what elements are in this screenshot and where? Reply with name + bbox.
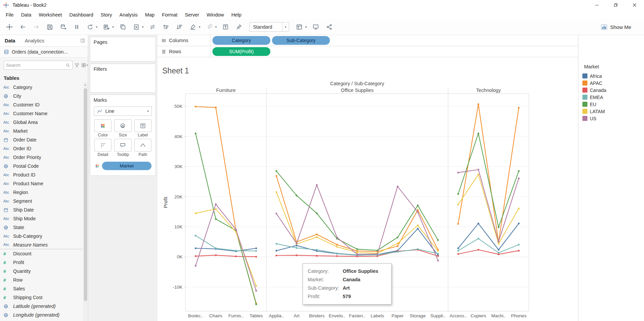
fit-dropdown[interactable]: Standard▾ bbox=[249, 22, 289, 32]
columns-pills[interactable]: CategorySub-Category bbox=[210, 35, 578, 46]
tab-analytics[interactable]: Analytics bbox=[20, 35, 49, 46]
marks-button-tooltip[interactable]: Tooltip bbox=[114, 139, 131, 157]
pill-sub-category[interactable]: Sub-Category bbox=[272, 36, 330, 45]
chevron-down-icon[interactable]: ▾ bbox=[215, 25, 217, 29]
share-icon[interactable] bbox=[325, 23, 334, 32]
maximize-restore-button[interactable] bbox=[606, 0, 625, 10]
field-order-date[interactable]: Order Date bbox=[0, 135, 88, 144]
run-updates-icon[interactable] bbox=[86, 23, 95, 32]
fix-axes-icon[interactable] bbox=[235, 23, 244, 32]
menu-file[interactable]: File bbox=[2, 10, 17, 19]
field-row[interactable]: #Row bbox=[0, 276, 88, 284]
mark-type-dropdown[interactable]: Line ▾ bbox=[94, 106, 152, 116]
menu-data[interactable]: Data bbox=[17, 10, 35, 19]
view-options-icon[interactable]: ▾ bbox=[81, 63, 88, 68]
highlight-icon[interactable] bbox=[189, 23, 198, 32]
minimize-button[interactable] bbox=[587, 0, 606, 10]
field-sub-category[interactable]: AbcSub-Category bbox=[0, 232, 88, 240]
filter-fields-icon[interactable] bbox=[74, 63, 79, 68]
marks-button-label[interactable]: Label bbox=[134, 119, 151, 137]
field-customer-id[interactable]: AbcCustomer ID bbox=[0, 100, 88, 109]
legend-item-africa[interactable]: Africa bbox=[582, 72, 644, 79]
field-profit[interactable]: #Profit bbox=[0, 258, 88, 267]
show-hide-cards-icon[interactable] bbox=[295, 23, 304, 32]
field-product-id[interactable]: AbcProduct ID bbox=[0, 170, 88, 179]
legend-item-emea[interactable]: EMEA bbox=[582, 94, 644, 101]
marks-button-path[interactable]: Path bbox=[134, 139, 151, 157]
chevron-down-icon[interactable]: ▾ bbox=[112, 25, 114, 29]
menu-help[interactable]: Help bbox=[228, 10, 245, 19]
field-discount[interactable]: #Discount bbox=[0, 249, 88, 258]
scrollbar-thumb[interactable] bbox=[84, 88, 87, 301]
rows-pills[interactable]: SUM(Profit) bbox=[210, 46, 578, 57]
add-data-icon[interactable] bbox=[59, 23, 68, 32]
chevron-down-icon[interactable]: ▾ bbox=[305, 25, 307, 29]
marks-button-size[interactable]: Size bbox=[114, 119, 131, 137]
menu-analysis[interactable]: Analysis bbox=[116, 10, 141, 19]
field-city[interactable]: City bbox=[0, 92, 88, 100]
field-region[interactable]: AbcRegion bbox=[0, 188, 88, 197]
pages-shelf[interactable]: Pages bbox=[90, 37, 156, 62]
duplicate-icon[interactable] bbox=[118, 23, 127, 32]
save-icon[interactable] bbox=[45, 23, 54, 32]
new-worksheet-icon[interactable] bbox=[102, 23, 111, 32]
data-source[interactable]: Orders (data_connection... bbox=[0, 46, 88, 58]
group-members-icon[interactable] bbox=[205, 23, 214, 32]
sort-descending-icon[interactable] bbox=[175, 23, 184, 32]
legend-item-eu[interactable]: EU bbox=[582, 101, 644, 108]
menu-server[interactable]: Server bbox=[181, 10, 203, 19]
field-customer-name[interactable]: AbcCustomer Name bbox=[0, 109, 88, 118]
close-button[interactable] bbox=[625, 0, 644, 10]
presentation-mode-icon[interactable] bbox=[311, 23, 320, 32]
marks-button-detail[interactable]: Detail bbox=[94, 139, 111, 157]
field-measure-names[interactable]: AbcMeasure Names bbox=[0, 240, 88, 249]
tab-data[interactable]: Data bbox=[0, 35, 20, 46]
field-sales[interactable]: #Sales bbox=[0, 284, 88, 293]
field-product-name[interactable]: AbcProduct Name bbox=[0, 179, 88, 188]
sort-ascending-icon[interactable] bbox=[162, 23, 171, 32]
legend-item-apac[interactable]: APAC bbox=[582, 79, 644, 87]
menu-map[interactable]: Map bbox=[141, 10, 158, 19]
field-ship-date[interactable]: Ship Date bbox=[0, 205, 88, 214]
swap-rows-columns-icon[interactable] bbox=[148, 23, 157, 32]
field-global-area[interactable]: AbcGlobal Area bbox=[0, 118, 88, 127]
filters-shelf[interactable]: Filters bbox=[90, 64, 156, 93]
pill-market[interactable]: Market bbox=[102, 162, 151, 170]
field-quantity[interactable]: #Quantity bbox=[0, 267, 88, 276]
field-segment[interactable]: AbcSegment bbox=[0, 197, 88, 205]
chevron-down-icon[interactable]: ▾ bbox=[142, 25, 144, 29]
field-market[interactable]: AbcMarket bbox=[0, 127, 88, 135]
chevron-down-icon[interactable]: ▾ bbox=[96, 25, 98, 29]
menu-dashboard[interactable]: Dashboard bbox=[66, 10, 97, 19]
legend-item-canada[interactable]: Canada bbox=[582, 87, 644, 94]
field-shipping-cost[interactable]: #Shipping Cost bbox=[0, 293, 88, 302]
redo-icon[interactable] bbox=[32, 23, 41, 32]
field-postal-code[interactable]: Postal Code bbox=[0, 162, 88, 170]
clear-sheet-icon[interactable] bbox=[132, 23, 141, 32]
pane-layout-icon[interactable] bbox=[80, 35, 88, 46]
chevron-down-icon[interactable]: ▾ bbox=[199, 25, 201, 29]
pill-category[interactable]: Category bbox=[212, 36, 270, 45]
field-state[interactable]: State bbox=[0, 223, 88, 232]
marks-button-color[interactable]: Color bbox=[94, 119, 111, 137]
undo-icon[interactable] bbox=[18, 23, 27, 32]
legend-item-latam[interactable]: LATAM bbox=[582, 108, 644, 115]
menu-window[interactable]: Window bbox=[203, 10, 228, 19]
field-order-priority[interactable]: AbcOrder Priority bbox=[0, 153, 88, 162]
show-me-button[interactable]: Show Me bbox=[601, 24, 631, 31]
menu-story[interactable]: Story bbox=[97, 10, 116, 19]
pill-sum-profit[interactable]: SUM(Profit) bbox=[212, 47, 270, 56]
field-order-id[interactable]: AbcOrder ID bbox=[0, 144, 88, 153]
menu-worksheet[interactable]: Worksheet bbox=[35, 10, 66, 19]
field-longitude-generated[interactable]: Longitude (generated) bbox=[0, 311, 88, 319]
field-latitude-generated[interactable]: Latitude (generated) bbox=[0, 302, 88, 311]
pause-updates-icon[interactable] bbox=[72, 23, 81, 32]
field-category[interactable]: AbcCategory bbox=[0, 83, 88, 92]
legend-item-us[interactable]: US bbox=[582, 115, 644, 122]
menu-format[interactable]: Format bbox=[158, 10, 181, 19]
show-mark-labels-icon[interactable] bbox=[221, 23, 230, 32]
tableau-logo-icon[interactable] bbox=[5, 23, 14, 32]
scroll-up-icon[interactable]: ▲ bbox=[83, 82, 88, 87]
field-ship-mode[interactable]: AbcShip Mode bbox=[0, 214, 88, 223]
search-input[interactable] bbox=[6, 63, 66, 68]
